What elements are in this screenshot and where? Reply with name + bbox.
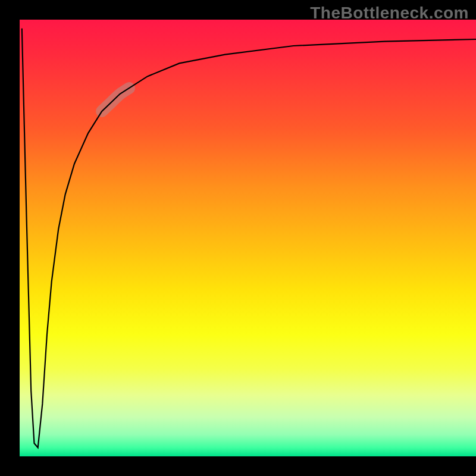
- watermark-text: TheBottleneck.com: [310, 4, 469, 23]
- plot-area: [20, 20, 476, 456]
- chart-container: TheBottleneck.com: [0, 0, 476, 476]
